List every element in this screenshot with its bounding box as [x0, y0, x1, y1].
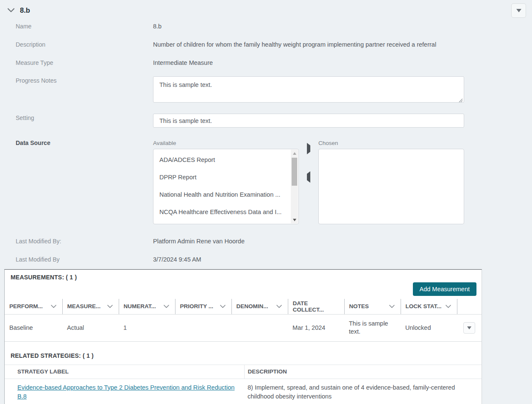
column-header-lock-status[interactable]: LOCK STAT... [401, 299, 457, 314]
scroll-up-button[interactable] [291, 150, 298, 157]
chevron-down-icon[interactable] [51, 305, 56, 308]
last-modified-by-name-label: Last Modified By: [0, 237, 153, 246]
related-strategies-title: RELATED STRATEGIES: ( 1 ) [11, 352, 94, 359]
cell-priority [175, 314, 231, 341]
progress-notes-label: Progress Notes [0, 76, 153, 85]
column-header-description: DESCRIPTION [244, 365, 482, 379]
related-strategies-table: STRATEGY LABEL DESCRIPTION Evidence-base… [5, 365, 482, 404]
column-header-denominator[interactable]: DENOMIN... [231, 299, 288, 314]
measurement-row: Baseline Actual 1 Mar 1, 2024 This is sa… [5, 314, 482, 341]
available-option[interactable]: NCQA Healthcare Effectiveness Data and I… [153, 203, 298, 221]
row-menu-button[interactable] [463, 322, 475, 334]
scroll-down-icon [293, 219, 296, 221]
strategy-link[interactable]: Evidence-based Approaches to Type 2 Diab… [17, 384, 234, 400]
column-header-measure[interactable]: MEASURE... [62, 299, 119, 314]
cell-date-collected: Mar 1, 2024 [288, 314, 344, 341]
measure-detail-page: 8.b Name 8.b Description Number of child… [0, 0, 532, 404]
measurements-panel: MEASUREMENTS: ( 1 ) Add Measurement PERF… [4, 269, 482, 404]
chevron-down-icon[interactable] [220, 305, 226, 308]
measure-header: 8.b [0, 0, 532, 15]
measurements-header-row: PERFORM... MEASURE... NUMERAT... [5, 299, 482, 314]
description-row: Description Number of children for whom … [0, 40, 532, 49]
last-modified-by-date-value: 3/7/2024 9:45 AM [153, 255, 464, 264]
measurements-table: PERFORM... MEASURE... NUMERAT... [5, 299, 482, 342]
cell-notes: This is sample text. [344, 314, 401, 341]
arrow-right-icon [307, 143, 310, 154]
name-label: Name [0, 22, 153, 31]
description-value: Number of children for whom the family h… [153, 40, 464, 49]
cell-lock-status: Unlocked [401, 314, 457, 341]
progress-notes-row: Progress Notes This is sample text. [0, 76, 532, 105]
scroll-down-button[interactable] [291, 216, 298, 223]
data-source-label: Data Source [0, 139, 153, 148]
available-option[interactable]: DPRP Report [153, 169, 298, 186]
measurements-title: MEASUREMENTS: ( 1 ) [11, 274, 77, 281]
chevron-down-icon[interactable] [276, 305, 282, 308]
column-header-priority[interactable]: PRIORITY ... [175, 299, 231, 314]
name-row: Name 8.b [0, 22, 532, 31]
available-option[interactable]: National Health and Nutrition Examinatio… [153, 186, 298, 203]
caret-down-icon [467, 326, 471, 329]
available-listbox[interactable]: ADA/ADCES Report DPRP Report National He… [153, 149, 299, 224]
scroll-thumb[interactable] [292, 158, 297, 186]
setting-label: Setting [0, 114, 153, 123]
data-source-row: Data Source Available ADA/ADCES Report D… [0, 139, 532, 224]
move-right-button[interactable] [305, 144, 312, 153]
column-header-strategy-label: STRATEGY LABEL [5, 365, 244, 379]
column-header-numerator[interactable]: NUMERAT... [119, 299, 175, 314]
measure-type-value: Intermediate Measure [153, 59, 464, 67]
cell-actions [457, 314, 482, 341]
chosen-listbox[interactable] [318, 149, 464, 224]
scroll-up-icon [293, 152, 296, 155]
cell-numerator: 1 [119, 314, 175, 341]
add-measurement-button[interactable]: Add Measurement [413, 282, 476, 296]
last-modified-by-name-row: Last Modified By: Platform Admin Rene va… [0, 237, 532, 246]
caret-down-icon [516, 9, 521, 12]
strategy-row: Evidence-based Approaches to Type 2 Diab… [5, 379, 482, 404]
setting-input[interactable] [153, 114, 464, 128]
measure-type-row: Measure Type Intermediate Measure [0, 59, 532, 67]
measure-type-label: Measure Type [0, 59, 153, 67]
column-header-performance[interactable]: PERFORM... [5, 299, 62, 314]
last-modified-by-date-label: Last Modified By [0, 255, 153, 264]
last-modified-by-date-row: Last Modified By 3/7/2024 9:45 AM [0, 255, 532, 264]
chevron-down-icon[interactable] [164, 305, 169, 308]
cell-measure: Actual [62, 314, 119, 341]
strategy-description: 8) Implement, spread, and sustain one of… [244, 379, 482, 404]
setting-row: Setting [0, 114, 532, 128]
strategies-header-row: STRATEGY LABEL DESCRIPTION [5, 365, 482, 379]
cell-performance: Baseline [5, 314, 62, 341]
chevron-down-icon[interactable] [446, 305, 451, 308]
arrow-left-icon [307, 171, 310, 183]
header-menu-button[interactable] [511, 3, 526, 18]
last-modified-by-name-value: Platform Admin Rene van Hoorde [153, 237, 464, 246]
chevron-down-icon[interactable] [107, 305, 113, 308]
move-left-button[interactable] [305, 172, 312, 182]
name-value: 8.b [153, 22, 464, 31]
available-option[interactable]: ADA/ADCES Report [153, 151, 298, 169]
data-source-dual-list: Available ADA/ADCES Report DPRP Report N… [153, 139, 464, 224]
column-header-actions [457, 299, 482, 314]
available-label: Available [153, 139, 299, 148]
chevron-down-icon[interactable] [389, 305, 395, 308]
column-header-date-collected[interactable]: DATE COLLECT... [288, 299, 344, 314]
chevron-down-icon[interactable] [8, 8, 14, 12]
page-title: 8.b [20, 6, 30, 14]
column-header-notes[interactable]: NOTES [344, 299, 401, 314]
description-label: Description [0, 40, 153, 49]
cell-denominator [231, 314, 288, 341]
progress-notes-textarea[interactable]: This is sample text. [153, 76, 464, 103]
chosen-label: Chosen [318, 139, 464, 148]
available-scrollbar[interactable] [291, 150, 298, 223]
